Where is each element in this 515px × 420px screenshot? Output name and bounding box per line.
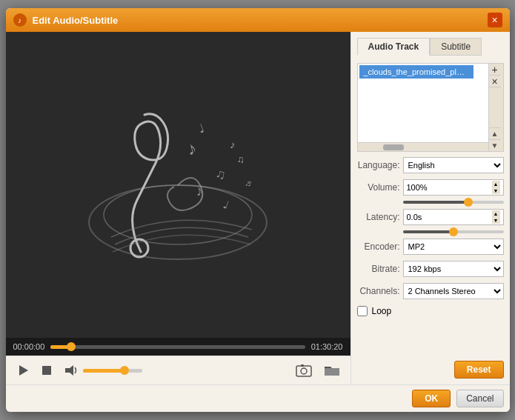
language-row: Language: English bbox=[357, 156, 504, 174]
bitrate-label: Bitrate: bbox=[357, 264, 400, 274]
svg-marker-11 bbox=[19, 365, 28, 376]
svg-text:♫: ♫ bbox=[214, 166, 227, 182]
app-icon: ♪ bbox=[13, 13, 27, 27]
volume-slider-row bbox=[357, 201, 504, 204]
progress-area: 00:00:00 01:30:20 bbox=[6, 338, 350, 356]
loop-row: Loop bbox=[357, 304, 504, 318]
cancel-button[interactable]: Cancel bbox=[456, 390, 503, 407]
move-track-down-button[interactable]: ▼ bbox=[489, 139, 501, 151]
content-area: ♪ ♫ ♩ ♪ ♬ ♪ ♩ ♫ 00:00:00 bbox=[6, 32, 510, 384]
svg-text:♫: ♫ bbox=[236, 153, 245, 165]
bottom-buttons: OK Cancel bbox=[6, 384, 510, 412]
latency-row: Latency: 0.0s ▲ ▼ bbox=[357, 208, 504, 226]
current-time: 00:00:00 bbox=[13, 342, 45, 351]
language-select[interactable]: English bbox=[403, 157, 504, 173]
bitrate-row: Bitrate: 192 kbps bbox=[357, 260, 504, 278]
latency-slider-thumb bbox=[449, 227, 458, 236]
latency-down[interactable]: ▼ bbox=[492, 217, 500, 224]
remove-track-button[interactable]: × bbox=[489, 76, 501, 87]
video-panel: ♪ ♫ ♩ ♪ ♬ ♪ ♩ ♫ 00:00:00 bbox=[6, 32, 350, 384]
track-list: _clouds_the_promised_place_ bbox=[358, 64, 503, 80]
volume-label: Volume: bbox=[357, 182, 400, 193]
close-button[interactable]: × bbox=[488, 13, 502, 27]
track-h-scrollbar[interactable] bbox=[358, 142, 488, 151]
latency-up[interactable]: ▲ bbox=[492, 210, 500, 217]
encoder-label: Encoder: bbox=[357, 241, 400, 252]
bitrate-select[interactable]: 192 kbps bbox=[403, 261, 504, 277]
loop-label: Loop bbox=[372, 306, 392, 316]
screenshot-button[interactable] bbox=[294, 362, 313, 379]
volume-icon[interactable] bbox=[62, 362, 80, 379]
right-panel: Audio Track Subtitle _clouds_the_promise… bbox=[350, 32, 510, 384]
track-list-item[interactable]: _clouds_the_promised_place_ bbox=[359, 65, 474, 79]
latency-slider-row bbox=[357, 230, 504, 233]
encoder-row: Encoder: MP2 bbox=[357, 238, 504, 256]
add-track-button[interactable]: + bbox=[489, 64, 501, 76]
svg-point-15 bbox=[301, 368, 307, 374]
stop-button[interactable] bbox=[40, 364, 53, 377]
volume-spin: 100% ▲ ▼ bbox=[403, 179, 504, 196]
svg-text:♬: ♬ bbox=[244, 177, 253, 189]
volume-down[interactable]: ▼ bbox=[492, 187, 500, 194]
play-button[interactable] bbox=[15, 362, 31, 379]
music-visual: ♪ ♫ ♩ ♪ ♬ ♪ ♩ ♫ bbox=[74, 89, 282, 281]
progress-thumb bbox=[67, 342, 76, 351]
progress-track[interactable] bbox=[50, 345, 305, 349]
channels-label: Channels: bbox=[357, 286, 400, 296]
channels-select[interactable]: 2 Channels Stereo bbox=[403, 283, 504, 299]
volume-value: 100% bbox=[407, 183, 428, 192]
reset-area: Reset bbox=[357, 361, 504, 379]
track-side-buttons: + × ▲ ▼ bbox=[488, 64, 503, 151]
track-list-container: _clouds_the_promised_place_ + × ▲ ▼ bbox=[357, 63, 504, 152]
total-time: 01:30:20 bbox=[311, 342, 343, 351]
latency-label: Latency: bbox=[357, 212, 400, 222]
svg-text:♩: ♩ bbox=[196, 121, 206, 136]
svg-text:♪: ♪ bbox=[185, 137, 199, 159]
latency-slider[interactable] bbox=[403, 230, 504, 233]
tabs-row: Audio Track Subtitle bbox=[357, 38, 504, 56]
dialog-title: Edit Audio/Subtitle bbox=[33, 15, 488, 26]
svg-text:♪: ♪ bbox=[230, 139, 236, 151]
controls-bar bbox=[6, 356, 350, 384]
tab-audio-track[interactable]: Audio Track bbox=[357, 38, 431, 56]
h-scroll-thumb bbox=[383, 144, 404, 150]
ok-button[interactable]: OK bbox=[412, 390, 451, 407]
reset-button[interactable]: Reset bbox=[454, 361, 504, 379]
svg-rect-12 bbox=[42, 366, 51, 375]
svg-text:♩: ♩ bbox=[222, 197, 230, 210]
svg-point-0 bbox=[89, 185, 267, 259]
tab-subtitle[interactable]: Subtitle bbox=[430, 38, 482, 56]
volume-row: Volume: 100% ▲ ▼ bbox=[357, 179, 504, 196]
svg-marker-13 bbox=[65, 365, 73, 376]
volume-thumb bbox=[120, 366, 129, 375]
channels-row: Channels: 2 Channels Stereo bbox=[357, 282, 504, 300]
video-display: ♪ ♫ ♩ ♪ ♬ ♪ ♩ ♫ bbox=[6, 32, 350, 338]
loop-checkbox[interactable] bbox=[357, 306, 368, 316]
volume-slider-thumb bbox=[464, 198, 473, 207]
volume-up[interactable]: ▲ bbox=[492, 181, 500, 187]
volume-track[interactable] bbox=[83, 369, 142, 373]
edit-audio-subtitle-dialog: ♪ Edit Audio/Subtitle × ♪ ♫ ♩ ♪ bbox=[6, 8, 510, 412]
svg-rect-14 bbox=[296, 366, 311, 376]
svg-rect-16 bbox=[301, 364, 304, 367]
latency-spinners: ▲ ▼ bbox=[492, 210, 500, 224]
svg-rect-17 bbox=[325, 368, 339, 376]
latency-value: 0.0s bbox=[407, 213, 422, 221]
folder-button[interactable] bbox=[322, 362, 342, 379]
encoder-select[interactable]: MP2 bbox=[403, 239, 504, 255]
volume-fill bbox=[83, 369, 124, 373]
volume-slider[interactable] bbox=[403, 201, 504, 204]
title-bar: ♪ Edit Audio/Subtitle × bbox=[6, 8, 510, 32]
volume-spinners: ▲ ▼ bbox=[492, 181, 500, 194]
language-label: Language: bbox=[357, 160, 400, 170]
latency-spin: 0.0s ▲ ▼ bbox=[403, 209, 504, 225]
move-track-up-button[interactable]: ▲ bbox=[489, 127, 501, 139]
volume-area bbox=[62, 362, 142, 379]
